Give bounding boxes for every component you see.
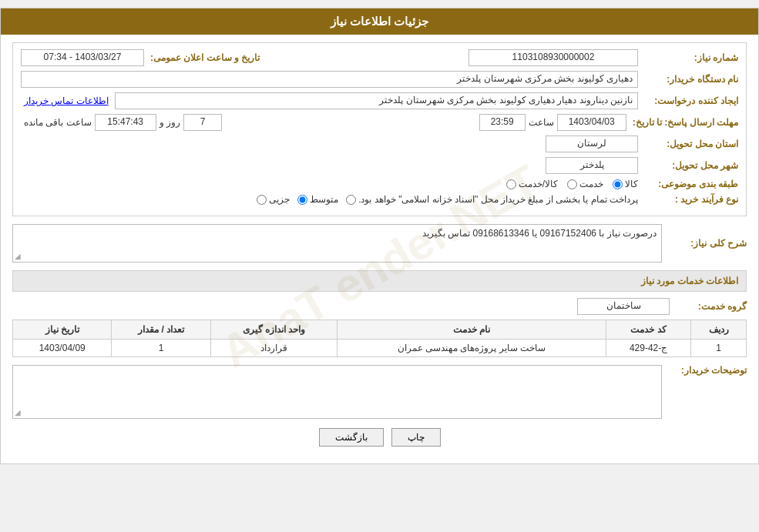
- table-row: 1ج-42-429ساخت سایر پروژه‌های مهندسی عمرا…: [13, 340, 747, 357]
- announcement-value: 1403/03/27 - 07:34: [21, 49, 144, 66]
- cell-radif: 1: [691, 340, 747, 357]
- tabaqe-radio-kala[interactable]: [613, 179, 623, 189]
- col-name: نام خدمت: [338, 320, 606, 340]
- name-dastgah-label: نام دستگاه خریدار:: [638, 74, 738, 85]
- deadline-remaining-label: ساعت باقی مانده: [21, 115, 95, 129]
- process-option-medium[interactable]: متوسط: [297, 194, 338, 205]
- creator-value: نازنین دیناروند دهیار دهیاری کولیوند بخش…: [115, 92, 638, 109]
- group-value: ساختمان: [577, 298, 670, 315]
- deadline-date: 1403/04/03: [557, 114, 626, 131]
- buttons-row: چاپ بازگشت: [12, 428, 747, 447]
- tabaqe-radio-kala-khadamat[interactable]: [506, 179, 516, 189]
- ostan-label: استان محل تحویل:: [638, 139, 738, 149]
- cell-name: ساخت سایر پروژه‌های مهندسی عمران: [338, 340, 606, 357]
- tabaqe-option-kala[interactable]: کالا: [613, 179, 638, 189]
- tabaqe-option-kala-label: کالا: [625, 179, 638, 189]
- tabaqe-option-khadamat[interactable]: خدمت: [567, 179, 603, 189]
- shomara-niaz-label: شماره نیاز:: [638, 52, 738, 63]
- buyer-notes-box: ◢: [12, 365, 662, 419]
- back-button[interactable]: بازگشت: [319, 428, 384, 447]
- col-count: تعداد / مقدار: [112, 320, 210, 340]
- process-option-medium-label: متوسط: [310, 194, 338, 205]
- deadline-remaining: 15:47:43: [95, 114, 156, 131]
- col-date: تاریخ نیاز: [13, 320, 112, 340]
- services-table: ردیف کد خدمت نام خدمت واحد اندازه گیری ت…: [12, 320, 747, 357]
- cell-date: 1403/04/09: [13, 340, 112, 357]
- process-option-partial[interactable]: جزیی: [257, 194, 290, 205]
- process-option-partial-label: جزیی: [269, 194, 290, 205]
- col-unit: واحد اندازه گیری: [210, 320, 337, 340]
- announcement-label: تاریخ و ساعت اعلان عمومی:: [144, 52, 260, 63]
- tabaqe-option-kala-khadamat-label: کالا/خدمت: [519, 179, 558, 189]
- ostan-value: لرستان: [546, 136, 638, 152]
- process-option-full[interactable]: پرداخت تمام یا بخشی از مبلغ خریداز محل "…: [346, 194, 638, 205]
- deadline-days-label: روز و: [156, 115, 183, 129]
- process-option-full-label: پرداخت تمام یا بخشی از مبلغ خریداز محل "…: [358, 194, 638, 205]
- creator-label: ایجاد کننده درخواست:: [638, 95, 738, 106]
- shomara-niaz-value: 1103108930000002: [468, 49, 638, 66]
- deadline-time-label: ساعت: [526, 115, 557, 129]
- page-title: جزئیات اطلاعات نیاز: [1, 8, 758, 35]
- deadline-label: مهلت ارسال پاسخ: تا تاریخ:: [626, 117, 738, 128]
- deadline-days: 7: [183, 114, 222, 131]
- print-button[interactable]: چاپ: [391, 428, 441, 447]
- tabaqe-label: طبقه بندی موضوعی:: [638, 179, 738, 189]
- col-radif: ردیف: [691, 320, 747, 340]
- shahr-label: شهر محل تحویل:: [638, 160, 738, 171]
- tabaqe-radio-khadamat[interactable]: [567, 179, 577, 189]
- resize-icon: ◢: [15, 252, 21, 260]
- name-dastgah-value: دهیاری کولیوند بخش مرکزی شهرستان پلدختر: [21, 71, 638, 88]
- cell-code: ج-42-429: [606, 340, 691, 357]
- sharh-label: شرح کلی نیاز:: [662, 238, 747, 249]
- process-radio-partial[interactable]: [257, 195, 267, 205]
- sharh-value: درصورت نیاز با 09167152406 یا 0916861334…: [12, 224, 662, 263]
- process-radio-medium[interactable]: [297, 195, 307, 205]
- group-label: گروه خدمت:: [670, 301, 747, 312]
- cell-count: 1: [112, 340, 210, 357]
- process-radio-group: پرداخت تمام یا بخشی از مبلغ خریداز محل "…: [257, 194, 638, 205]
- deadline-time: 23:59: [479, 114, 526, 131]
- notes-resize-icon: ◢: [15, 408, 21, 417]
- services-title: اطلاعات خدمات مورد نیاز: [12, 270, 747, 292]
- cell-unit: قرارداد: [210, 340, 337, 357]
- process-label: نوع فرآیند خرید :: [638, 194, 738, 205]
- buyer-notes-label: توضیحات خریدار:: [662, 365, 747, 376]
- process-radio-full[interactable]: [346, 195, 356, 205]
- tabaqe-option-khadamat-label: خدمت: [579, 179, 603, 189]
- tabaqe-radio-group: کالا/خدمت خدمت کالا: [506, 179, 638, 189]
- tabaqe-option-kala-khadamat[interactable]: کالا/خدمت: [506, 179, 558, 189]
- sharh-text: درصورت نیاز با 09167152406 یا 0916861334…: [422, 228, 657, 239]
- col-code: کد خدمت: [606, 320, 691, 340]
- contact-link[interactable]: اطلاعات تماس خریدار: [24, 95, 109, 106]
- shahr-value: پلدختر: [546, 157, 638, 174]
